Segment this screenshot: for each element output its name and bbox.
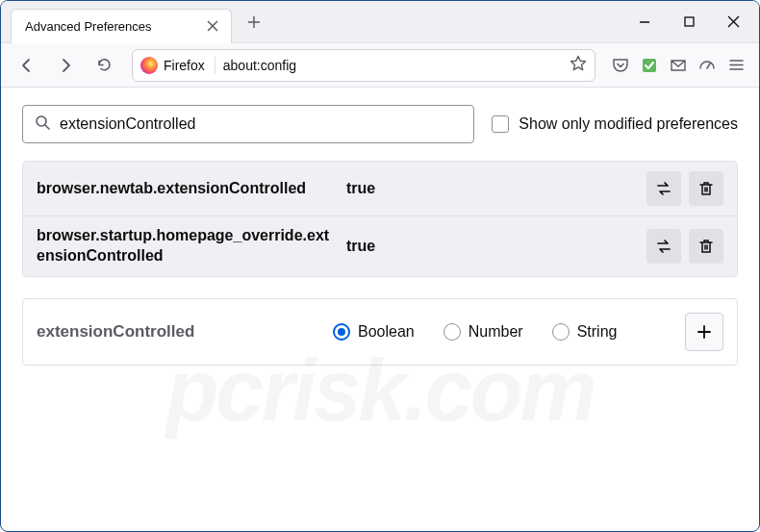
radio-number[interactable]: Number (443, 323, 523, 341)
titlebar: Advanced Preferences (1, 1, 759, 43)
bookmark-star-icon[interactable] (570, 55, 587, 76)
pref-name: browser.startup.homepage_override.extens… (37, 226, 335, 266)
new-tab-button[interactable] (240, 8, 268, 37)
forward-button[interactable] (49, 49, 82, 82)
about-config-content: Show only modified preferences browser.n… (1, 88, 759, 531)
radio-boolean[interactable]: Boolean (333, 323, 415, 341)
pref-value: true (346, 238, 635, 255)
maximize-button[interactable] (667, 3, 711, 41)
radio-input[interactable] (552, 323, 570, 341)
delete-button[interactable] (689, 171, 723, 206)
new-preference-row: extensionControlled Boolean Number Strin… (22, 298, 738, 366)
toggle-button[interactable] (646, 171, 681, 206)
new-pref-name: extensionControlled (37, 322, 316, 342)
tab-title: Advanced Preferences (25, 19, 194, 34)
search-box[interactable] (22, 105, 474, 143)
toggle-button[interactable] (646, 229, 681, 264)
toolbar-extensions (607, 56, 749, 75)
svg-rect-0 (685, 17, 694, 26)
preferences-table: browser.newtab.extensionControlled true … (22, 161, 738, 277)
pref-name: browser.newtab.extensionControlled (37, 179, 335, 199)
radio-string[interactable]: String (552, 323, 618, 341)
browser-tab[interactable]: Advanced Preferences (11, 9, 232, 43)
reload-button[interactable] (88, 49, 120, 82)
show-modified-label: Show only modified preferences (519, 115, 738, 133)
search-input[interactable] (60, 115, 462, 133)
firefox-logo-icon (140, 57, 158, 74)
type-radio-group: Boolean Number String (333, 323, 668, 341)
identity-label: Firefox (164, 58, 205, 73)
show-modified-checkbox-row[interactable]: Show only modified preferences (492, 115, 738, 133)
window-controls (622, 3, 759, 41)
menu-icon[interactable] (726, 56, 746, 75)
toolbar: Firefox about:config (1, 43, 759, 88)
identity-box[interactable]: Firefox (140, 57, 215, 74)
url-bar[interactable]: Firefox about:config (132, 49, 595, 82)
pocket-icon[interactable] (611, 56, 630, 75)
back-button[interactable] (11, 49, 43, 82)
show-modified-checkbox[interactable] (492, 115, 509, 133)
minimize-button[interactable] (622, 3, 667, 41)
dashboard-icon[interactable] (697, 56, 717, 75)
url-text: about:config (223, 58, 562, 73)
close-window-button[interactable] (711, 3, 755, 41)
radio-label: String (577, 323, 618, 341)
delete-button[interactable] (689, 229, 723, 264)
radio-label: Number (469, 323, 523, 341)
add-preference-button[interactable] (685, 313, 723, 351)
pref-row[interactable]: browser.startup.homepage_override.extens… (23, 215, 737, 276)
radio-input[interactable] (333, 323, 350, 341)
pref-value: true (346, 180, 635, 197)
close-tab-icon[interactable] (204, 17, 221, 35)
radio-input[interactable] (443, 323, 461, 341)
pref-row[interactable]: browser.newtab.extensionControlled true (23, 162, 737, 215)
inbox-icon[interactable] (669, 56, 688, 75)
extension-green-icon[interactable] (640, 56, 659, 75)
search-icon (35, 114, 50, 134)
radio-label: Boolean (358, 323, 415, 341)
